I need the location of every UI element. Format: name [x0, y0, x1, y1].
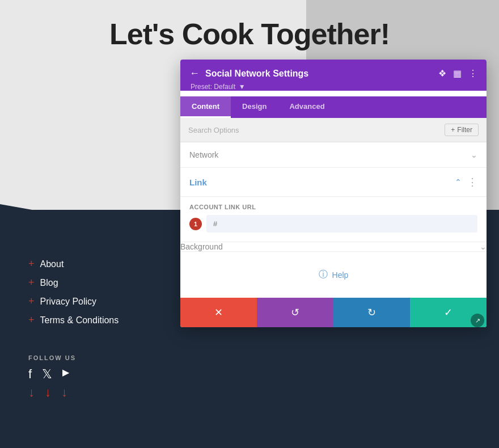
nav-privacy-label: Privacy Policy: [40, 297, 97, 307]
panel-header: ← Social Network Settings ❖ ▦ ⋮ Preset: …: [180, 60, 487, 91]
panel-body: Search Options + Filter Network ⌄ Link ⌃…: [180, 118, 487, 298]
arrow-down-icon-1: ↓: [28, 385, 35, 400]
panel-title-area: ← Social Network Settings: [189, 67, 308, 79]
panel-header-top: ← Social Network Settings ❖ ▦ ⋮: [189, 67, 477, 79]
field-badge-1: 1: [189, 218, 202, 230]
social-arrows-row: ↓ ↓ ↓: [28, 385, 76, 400]
expand-icon[interactable]: ❖: [438, 68, 446, 79]
tab-design[interactable]: Design: [231, 96, 278, 118]
plus-icon: +: [28, 295, 35, 307]
facebook-icon[interactable]: f: [28, 367, 32, 382]
account-link-input[interactable]: [206, 215, 477, 233]
twitter-icon[interactable]: 𝕏: [42, 367, 52, 382]
filter-label: Filter: [457, 126, 472, 134]
account-link-label: Account Link URL: [189, 204, 477, 210]
follow-label: FOLLOW US: [28, 354, 76, 361]
preset-dropdown-icon: ▼: [239, 83, 246, 91]
link-section-header[interactable]: Link ⌃ ⋮: [180, 168, 487, 197]
plus-icon: +: [28, 258, 35, 270]
search-bar: Search Options + Filter: [180, 118, 487, 142]
tab-advanced[interactable]: Advanced: [278, 96, 336, 118]
follow-section: FOLLOW US f 𝕏 ▶ ↓ ↓ ↓: [28, 354, 76, 400]
back-arrow-icon[interactable]: ←: [189, 67, 200, 79]
list-item[interactable]: + About: [28, 258, 119, 270]
page-title: Let's Cook Together!: [0, 17, 499, 51]
redo-button[interactable]: ↻: [333, 298, 410, 327]
arrow-down-icon-3: ↓: [61, 385, 67, 400]
link-header-icons: ⌃ ⋮: [455, 176, 477, 188]
network-section-title: Network: [189, 150, 218, 159]
list-item[interactable]: + Privacy Policy: [28, 295, 119, 307]
background-section-title: Background: [180, 242, 223, 251]
footer-nav: + About + Blog + Privacy Policy + Terms …: [28, 258, 119, 333]
link-section-title: Link: [189, 177, 207, 187]
background-chevron-icon: ⌄: [480, 242, 487, 251]
link-chevron-up-icon[interactable]: ⌃: [455, 177, 462, 187]
panel-title: Social Network Settings: [205, 69, 308, 79]
more-icon[interactable]: ⋮: [468, 68, 477, 79]
social-icons-row: f 𝕏 ▶: [28, 367, 76, 382]
plus-icon: +: [28, 277, 35, 289]
account-link-field-row: 1: [189, 215, 477, 233]
list-item[interactable]: + Terms & Conditions: [28, 314, 119, 326]
corner-resize-icon[interactable]: ↗: [471, 314, 484, 327]
preset-label-text: Preset: Default: [191, 83, 235, 91]
link-more-icon[interactable]: ⋮: [467, 176, 477, 188]
link-content: Account Link URL 1: [180, 197, 487, 242]
filter-plus-icon: +: [451, 126, 455, 134]
network-section-header[interactable]: Network ⌄: [180, 142, 487, 168]
panel-header-icons: ❖ ▦ ⋮: [438, 68, 477, 79]
settings-panel: ← Social Network Settings ❖ ▦ ⋮ Preset: …: [180, 60, 487, 327]
cancel-button[interactable]: ✕: [180, 298, 257, 327]
help-icon: ⓘ: [319, 269, 328, 281]
list-item[interactable]: + Blog: [28, 277, 119, 289]
help-area: ⓘ Help: [180, 252, 487, 298]
arrow-down-icon-2: ↓: [45, 385, 51, 400]
nav-terms-label: Terms & Conditions: [40, 315, 119, 326]
plus-icon: +: [28, 314, 35, 326]
youtube-icon[interactable]: ▶: [62, 367, 69, 382]
nav-blog-label: Blog: [40, 278, 58, 288]
preset-label[interactable]: Preset: Default ▼: [189, 83, 477, 91]
action-bar: ✕ ↺ ↻ ✓: [180, 298, 487, 327]
search-options-label[interactable]: Search Options: [188, 126, 239, 134]
panel-tabs: Content Design Advanced: [180, 96, 487, 118]
help-text[interactable]: Help: [332, 271, 349, 280]
columns-icon[interactable]: ▦: [453, 68, 462, 79]
network-chevron-icon: ⌄: [471, 150, 477, 159]
tab-content[interactable]: Content: [180, 96, 231, 118]
undo-button[interactable]: ↺: [257, 298, 333, 327]
nav-about-label: About: [40, 259, 64, 269]
filter-button[interactable]: + Filter: [445, 124, 479, 136]
background-section-header[interactable]: Background ⌄: [180, 242, 487, 252]
